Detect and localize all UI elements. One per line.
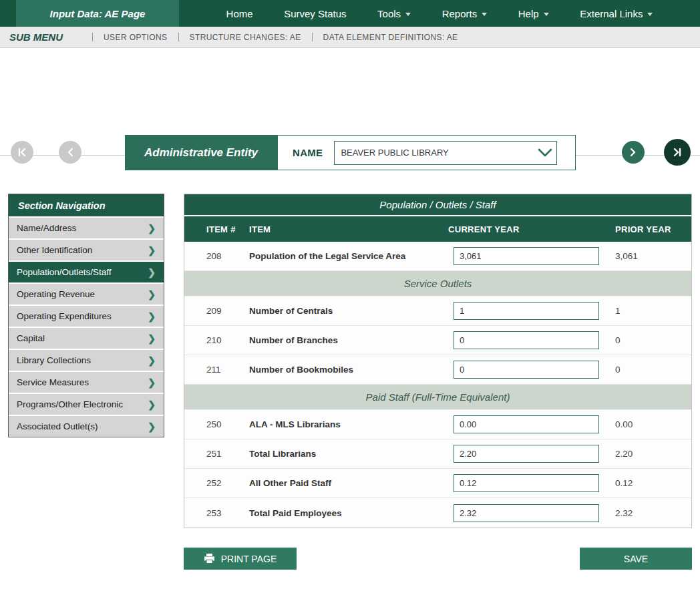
- table-title: Population / Outlets / Staff: [184, 194, 691, 216]
- sidebar-item-label: Programs/Other Electronic: [17, 399, 123, 409]
- sidebar-item-label: Library Collections: [17, 355, 91, 365]
- nav-item-label: External Links: [580, 8, 643, 19]
- sidebar-item-other-identification[interactable]: Other Identification: [9, 238, 164, 260]
- chevron-down-icon: [538, 148, 552, 158]
- top-nav-bar: Input Data: AE Page Home Survey Status T…: [0, 0, 700, 27]
- submenu-item-user-options[interactable]: USER OPTIONS: [104, 33, 167, 42]
- entity-name-select[interactable]: BEAVER PUBLIC LIBRARY: [334, 141, 557, 165]
- sidebar-item-population-outlets-staff[interactable]: Population/Outlets/Staff: [9, 260, 164, 282]
- item-label: Number of Centrals: [244, 306, 448, 316]
- prior-year-value: 3,061: [605, 251, 691, 261]
- chevron-right-icon: [148, 421, 156, 432]
- nav-item-reports[interactable]: Reports: [442, 8, 488, 19]
- item-label: Total Paid Employees: [244, 508, 448, 518]
- table-header-row: ITEM # ITEM CURRENT YEAR PRIOR YEAR: [184, 216, 691, 242]
- table-row: 250 ALA - MLS Librarians 0.00: [184, 410, 691, 439]
- item-label: Population of the Legal Service Area: [244, 251, 448, 261]
- current-year-input[interactable]: [454, 302, 599, 320]
- skip-last-icon: [672, 148, 683, 157]
- table-row: 211 Number of Bookmobiles 0: [184, 355, 691, 385]
- nav-item-home[interactable]: Home: [226, 8, 253, 19]
- nav-item-label: Survey Status: [284, 8, 346, 19]
- table-row: 209 Number of Centrals 1: [184, 297, 691, 326]
- item-number: 252: [184, 478, 244, 488]
- sidebar-item-label: Population/Outlets/Staff: [17, 267, 112, 277]
- first-record-button[interactable]: [11, 141, 33, 164]
- chevron-right-icon: [148, 223, 156, 234]
- nav-item-external-links[interactable]: External Links: [580, 8, 653, 19]
- chevron-right-icon: [148, 289, 156, 300]
- nav-item-label: Tools: [377, 8, 401, 19]
- sidebar-item-capital[interactable]: Capital: [9, 327, 164, 349]
- current-year-input[interactable]: [454, 331, 599, 349]
- divider: [92, 33, 93, 41]
- chevron-right-icon: [148, 399, 156, 410]
- top-nav-items: Home Survey Status Tools Reports Help Ex…: [179, 0, 700, 27]
- submenu-item-structure-changes[interactable]: STRUCTURE CHANGES: AE: [190, 33, 301, 42]
- skip-first-icon: [17, 148, 27, 157]
- sidebar-item-operating-revenue[interactable]: Operating Revenue: [9, 282, 164, 305]
- current-year-input[interactable]: [454, 361, 599, 379]
- chevron-right-icon: [148, 333, 156, 344]
- sidebar-title: Section Navigation: [9, 194, 164, 216]
- column-header-item: ITEM: [244, 224, 448, 234]
- item-number: 250: [184, 419, 244, 429]
- current-year-input[interactable]: [454, 504, 599, 522]
- current-year-input[interactable]: [454, 445, 599, 463]
- print-page-button[interactable]: PRINT PAGE: [184, 548, 297, 570]
- current-year-input[interactable]: [454, 474, 599, 492]
- sub-menu-bar: SUB MENU USER OPTIONS STRUCTURE CHANGES:…: [0, 27, 700, 48]
- table-section-header: Service Outlets: [184, 271, 691, 297]
- active-page-tab[interactable]: Input Data: AE Page: [16, 0, 179, 27]
- item-number: 210: [184, 335, 244, 345]
- table-section-header: Paid Staff (Full-Time Equivalent): [184, 385, 691, 410]
- sidebar-item-service-measures[interactable]: Service Measures: [9, 371, 164, 393]
- item-label: ALA - MLS Librarians: [244, 419, 448, 429]
- item-number: 253: [184, 508, 244, 518]
- current-year-input[interactable]: [454, 247, 599, 265]
- sidebar-item-library-collections[interactable]: Library Collections: [9, 349, 164, 371]
- nav-item-label: Reports: [442, 8, 478, 19]
- prior-year-value: 2.32: [605, 508, 691, 518]
- sidebar-item-name-address[interactable]: Name/Address: [9, 216, 164, 238]
- sidebar-item-programs-other-electronic[interactable]: Programs/Other Electronic: [9, 393, 164, 415]
- prior-year-value: 0.00: [605, 419, 691, 429]
- caret-down-icon: [544, 13, 549, 16]
- sidebar-item-operating-expenditures[interactable]: Operating Expenditures: [9, 305, 164, 327]
- printer-icon: [204, 554, 215, 564]
- nav-item-survey-status[interactable]: Survey Status: [284, 8, 346, 19]
- sidebar-item-label: Capital: [17, 333, 45, 343]
- data-table: Population / Outlets / Staff ITEM # ITEM…: [184, 194, 692, 528]
- nav-item-help[interactable]: Help: [518, 8, 549, 19]
- column-header-prior-year: PRIOR YEAR: [605, 224, 691, 234]
- table-row: 252 All Other Paid Staff 0.12: [184, 469, 691, 498]
- nav-item-tools[interactable]: Tools: [377, 8, 411, 19]
- action-buttons-row: PRINT PAGE SAVE: [184, 548, 692, 570]
- submenu-item-data-element-definitions[interactable]: DATA ELEMENT DEFINITIONS: AE: [323, 33, 458, 42]
- caret-down-icon: [482, 13, 487, 16]
- chevron-right-icon: [148, 355, 156, 366]
- current-year-input[interactable]: [454, 415, 599, 433]
- item-number: 251: [184, 449, 244, 459]
- next-record-button[interactable]: [622, 141, 645, 164]
- sidebar-item-label: Name/Address: [17, 223, 76, 233]
- sidebar-item-associated-outlets[interactable]: Associated Outlet(s): [9, 415, 164, 437]
- column-header-item-no: ITEM #: [184, 224, 244, 234]
- chevron-right-icon: [148, 267, 156, 278]
- prior-year-value: 2.20: [605, 449, 691, 459]
- table-column: Population / Outlets / Staff ITEM # ITEM…: [184, 194, 692, 570]
- previous-record-button[interactable]: [59, 141, 81, 164]
- chevron-right-icon: [148, 377, 156, 388]
- sidebar-item-label: Operating Expenditures: [17, 311, 112, 321]
- entity-selector-band: Administrative Entity NAME BEAVER PUBLIC…: [0, 48, 700, 156]
- last-record-button[interactable]: [664, 139, 691, 166]
- sidebar-item-label: Other Identification: [17, 245, 92, 255]
- save-button[interactable]: SAVE: [580, 548, 692, 570]
- nav-item-label: Home: [226, 8, 253, 19]
- caret-down-icon: [647, 13, 653, 16]
- divider: [178, 33, 179, 41]
- sidebar-item-label: Associated Outlet(s): [17, 421, 98, 431]
- prior-year-value: 1: [605, 306, 691, 316]
- column-header-current-year: CURRENT YEAR: [448, 224, 605, 234]
- table-row: 210 Number of Branches 0: [184, 326, 691, 355]
